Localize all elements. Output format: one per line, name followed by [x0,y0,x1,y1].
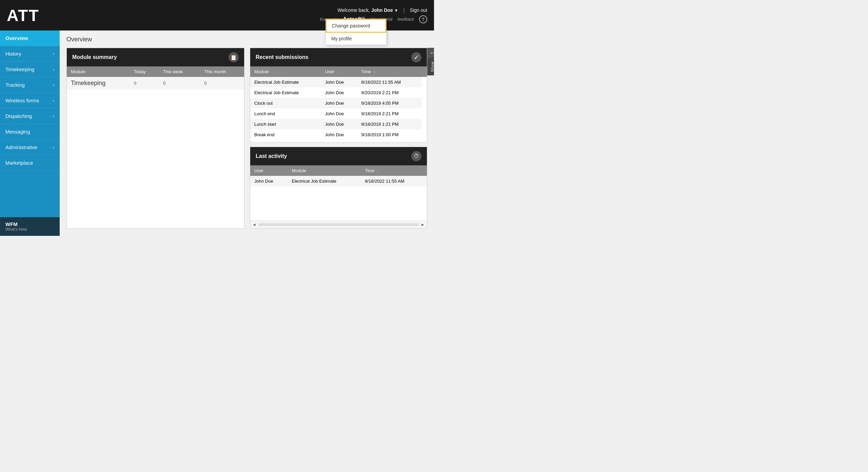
rs-time: 8/18/2022 11:55 AM [357,77,421,87]
chevron-right-icon: › [53,114,54,119]
rs-col-module: Module [250,66,321,77]
sidebar-label-administrative: Administrative [5,144,37,150]
sidebar-label-dispatching: Dispatching [5,113,32,119]
scroll-left-icon[interactable]: ◄ [252,222,256,227]
chevron-right-icon: › [53,98,54,103]
sidebar-label-history: History [5,51,21,57]
user-name-dropdown[interactable]: John Doe ▼ [371,7,398,13]
sidebar-label-wireless-forms: Wireless forms [5,98,39,103]
last-activity-table: User Module Time ↓ John Doe Electrical J… [250,165,427,186]
rs-time: 9/18/2019 4:05 PM [357,98,421,108]
rs-time: 9/18/2019 1:00 PM [357,129,421,138]
la-time: 8/18/2022 11:55 AM [361,176,427,186]
back-arrow-button[interactable]: ← [427,48,434,58]
sidebar-label-timekeeping: Timekeeping [5,66,34,72]
rs-user: John Doe [321,77,357,87]
my-profile-item[interactable]: My profile [326,33,386,45]
separator: | [403,7,405,13]
rs-user: John Doe [321,87,357,98]
wfm-label: WFM [5,221,54,227]
table-row: Lunch start John Doe 9/18/2019 1:21 PM [250,119,427,129]
scroll-right-icon[interactable]: ► [421,222,425,227]
sidebar-item-dispatching[interactable]: Dispatching › [0,108,60,124]
la-module: Electrical Job Estimate [288,176,361,186]
sidebar-label-overview: Overview [5,35,28,41]
sidebar-item-marketplace[interactable]: Marketplace [0,155,60,171]
header: ATT Welcome back, John Doe ▼ | Sign out … [0,0,434,30]
sidebar-item-wireless-forms[interactable]: Wireless forms › [0,93,60,108]
col-today: Today [130,66,159,77]
rs-module: Electrical Job Estimate [250,87,321,98]
welcome-text: Welcome back, John Doe ▼ [338,7,398,13]
rs-col-scroll [421,66,427,77]
rs-user: John Doe [321,108,357,119]
rs-time: 9/18/2019 2:21 PM [357,108,421,119]
rs-module: Electrical Job Estimate [250,77,321,87]
sign-out-link[interactable]: Sign out [410,7,427,13]
module-summary-table: Module Today This week This month Timeke… [67,66,244,89]
recent-submissions-title: Recent submissions [256,54,309,60]
rs-time: 9/18/2019 1:21 PM [357,119,421,129]
sidebar-label-tracking: Tracking [5,82,25,88]
feedback-link[interactable]: feedback [397,17,414,22]
horizontal-scrollbar: ◄ ► [250,221,427,228]
module-name-cell: Timekeeping [67,77,130,89]
today-cell: 0 [130,77,159,89]
rs-module: Lunch end [250,108,321,119]
chevron-right-icon: › [53,83,54,87]
module-summary-header: Module summary 📋 [67,48,244,66]
sidebar-item-administrative[interactable]: Administrative › [0,140,60,155]
table-row: Timekeeping 0 0 0 [67,77,244,89]
table-row: Break end John Doe 9/18/2019 1:00 PM [250,129,427,138]
content-area: Overview Module summary 📋 Module Today [60,30,434,236]
table-row: Lunch end John Doe 9/18/2019 2:21 PM [250,108,427,119]
table-row: Clock out John Doe 9/18/2019 4:05 PM [250,98,427,108]
rs-module: Clock out [250,98,321,108]
rs-module: Lunch start [250,119,321,129]
recent-submissions-icon: ✓ [411,52,421,62]
right-column: ← Show Recent submissions ✓ [250,48,427,229]
la-col-user: User [250,165,288,176]
rs-user: John Doe [321,119,357,129]
last-activity-header: Last activity ⏱ [250,147,427,165]
recent-submissions-table: Module User Time ↓ Electrical Job Estima… [250,66,427,138]
show-tab[interactable]: Show [427,58,434,76]
rs-user: John Doe [321,98,357,108]
chevron-right-icon: › [53,67,54,72]
recent-submissions-header: Recent submissions ✓ [250,48,427,66]
sidebar-item-history[interactable]: History › [0,46,60,62]
sidebar-label-marketplace: Marketplace [5,160,33,166]
scroll-track [258,223,419,226]
rs-module: Break end [250,129,321,138]
header-top-row: Welcome back, John Doe ▼ | Sign out [338,7,427,13]
rs-user: John Doe [321,129,357,138]
sidebar-item-messaging[interactable]: Messaging [0,124,60,140]
table-row: John Doe Electrical Job Estimate 8/18/20… [250,176,427,186]
whats-new-link[interactable]: What's New [5,227,54,232]
col-module: Module [67,66,130,77]
sidebar: Overview History › Timekeeping › Trackin… [0,30,60,236]
checkmark-icon: ✓ [414,53,419,61]
help-icon[interactable]: ? [419,15,427,23]
sidebar-item-overview[interactable]: Overview [0,30,60,46]
module-summary-icon: 📋 [229,52,239,62]
col-this-week: This week [159,66,200,77]
change-password-item[interactable]: Change password [326,19,386,33]
chevron-right-icon: › [53,52,54,56]
table-row: Electrical Job Estimate John Doe 8/18/20… [250,77,427,87]
module-summary-title: Module summary [72,54,117,60]
side-panel-controls: ← Show [427,48,434,76]
sidebar-item-tracking[interactable]: Tracking › [0,77,60,93]
col-this-month: This month [200,66,244,77]
cards-row: Module summary 📋 Module Today This week … [66,48,427,229]
week-cell: 0 [159,77,200,89]
app-logo: ATT [7,6,39,25]
clipboard-icon: 📋 [230,54,237,61]
sidebar-label-messaging: Messaging [5,129,30,135]
last-activity-icon: ⏱ [411,151,421,161]
sidebar-item-timekeeping[interactable]: Timekeeping › [0,62,60,77]
sidebar-footer: WFM What's New [0,217,60,236]
rs-col-user: User [321,66,357,77]
module-summary-card: Module summary 📋 Module Today This week … [66,48,244,229]
la-col-module: Module [288,165,361,176]
